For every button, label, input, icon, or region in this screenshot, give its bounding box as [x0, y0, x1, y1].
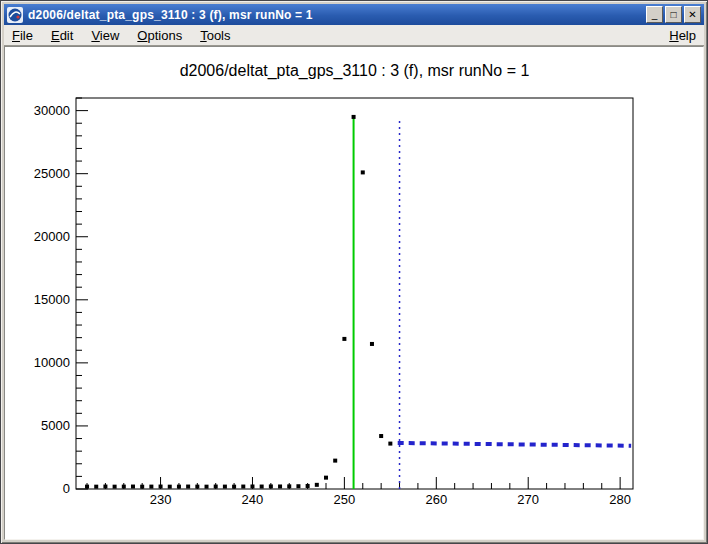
- x-tick-label: 280: [609, 492, 631, 507]
- data-point: [287, 484, 291, 488]
- data-point: [186, 485, 190, 489]
- data-point: [140, 485, 144, 489]
- menu-options[interactable]: Options: [137, 28, 182, 43]
- menu-view[interactable]: View: [91, 28, 119, 43]
- plot: d2006/deltat_pta_gps_3110 : 3 (f), msr r…: [5, 47, 704, 540]
- app-window: d2006/deltat_pta_gps_3110 : 3 (f), msr r…: [0, 0, 708, 544]
- y-tick-label: 30000: [34, 103, 70, 118]
- x-tick-label: 260: [425, 492, 447, 507]
- y-tick-label: 10000: [34, 355, 70, 370]
- y-tick-label: 25000: [34, 166, 70, 181]
- data-point: [223, 485, 227, 489]
- plot-title: d2006/deltat_pta_gps_3110 : 3 (f), msr r…: [180, 62, 530, 80]
- menu-help[interactable]: Help: [669, 28, 696, 43]
- data-point: [149, 485, 153, 489]
- window-controls: _ □ ✕: [646, 6, 701, 23]
- background-level-line: [398, 443, 631, 446]
- data-point: [159, 485, 163, 489]
- data-point: [306, 484, 310, 488]
- data-point: [205, 485, 209, 489]
- y-tick-label: 5000: [41, 418, 70, 433]
- y-tick-label: 15000: [34, 292, 70, 307]
- close-button[interactable]: ✕: [684, 6, 701, 23]
- data-point: [333, 459, 337, 463]
- x-tick-label: 230: [150, 492, 172, 507]
- data-point: [122, 485, 126, 489]
- data-point: [241, 485, 245, 489]
- titlebar[interactable]: d2006/deltat_pta_gps_3110 : 3 (f), msr r…: [4, 4, 704, 25]
- x-tick-label: 270: [517, 492, 539, 507]
- data-point: [177, 485, 181, 489]
- data-point: [352, 115, 356, 119]
- data-point: [195, 485, 199, 489]
- data-point: [388, 442, 392, 446]
- data-point: [342, 337, 346, 341]
- menubar: File Edit View Options Tools Help: [4, 25, 704, 46]
- y-tick-label: 20000: [34, 229, 70, 244]
- minimize-button[interactable]: _: [646, 6, 663, 23]
- window-title: d2006/deltat_pta_gps_3110 : 3 (f), msr r…: [28, 8, 641, 22]
- data-point: [113, 485, 117, 489]
- data-point: [250, 484, 254, 488]
- root-canvas[interactable]: d2006/deltat_pta_gps_3110 : 3 (f), msr r…: [4, 46, 704, 540]
- data-point: [278, 484, 282, 488]
- data-point: [168, 485, 172, 489]
- data-point: [379, 434, 383, 438]
- app-icon: [7, 7, 23, 23]
- data-point: [315, 483, 319, 487]
- data-point: [232, 485, 236, 489]
- data-point: [103, 485, 107, 489]
- menu-edit[interactable]: Edit: [51, 28, 73, 43]
- data-point: [85, 485, 89, 489]
- x-tick-label: 250: [334, 492, 356, 507]
- data-point: [131, 485, 135, 489]
- data-point: [260, 485, 264, 489]
- data-point: [296, 484, 300, 488]
- data-point: [214, 485, 218, 489]
- data-point: [324, 476, 328, 480]
- y-tick-label: 0: [63, 481, 70, 496]
- data-point: [269, 484, 273, 488]
- menu-tools[interactable]: Tools: [200, 28, 230, 43]
- data-point: [94, 485, 98, 489]
- data-point: [361, 170, 365, 174]
- menu-file[interactable]: File: [12, 28, 33, 43]
- x-tick-label: 240: [242, 492, 264, 507]
- data-point: [370, 342, 374, 346]
- maximize-button[interactable]: □: [665, 6, 682, 23]
